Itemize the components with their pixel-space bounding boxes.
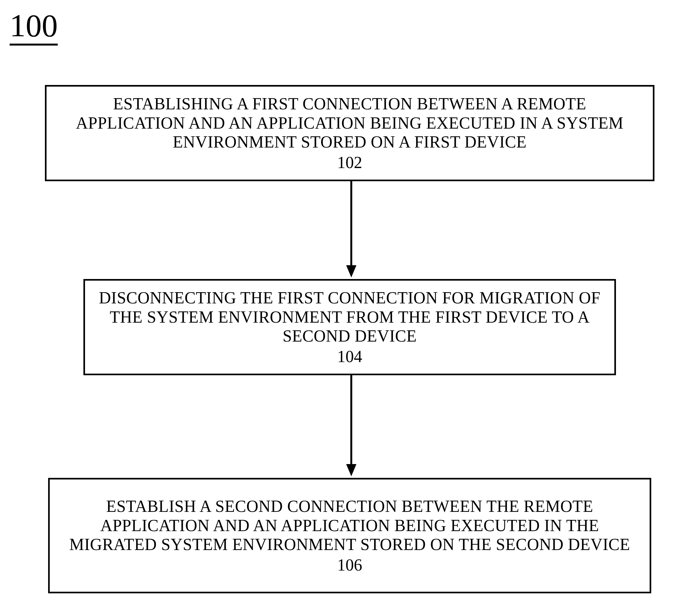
figure-number: 100 [10, 10, 58, 46]
flow-step-106: ESTABLISH A SECOND CONNECTION BETWEEN TH… [48, 478, 651, 593]
flow-step-text: ESTABLISH A SECOND CONNECTION BETWEEN TH… [63, 497, 637, 554]
flowchart-canvas: 100 ESTABLISHING A FIRST CONNECTION BETW… [0, 0, 700, 610]
flow-arrow-1 [345, 181, 358, 279]
flow-step-ref: 102 [337, 153, 362, 172]
flow-arrow-2 [345, 375, 358, 478]
flow-step-104: DISCONNECTING THE FIRST CONNECTION FOR M… [83, 279, 616, 375]
flow-step-ref: 106 [337, 556, 362, 574]
svg-marker-1 [346, 265, 356, 277]
flow-step-text: DISCONNECTING THE FIRST CONNECTION FOR M… [98, 288, 602, 346]
flow-step-ref: 104 [337, 347, 362, 366]
flow-step-102: ESTABLISHING A FIRST CONNECTION BETWEEN … [45, 85, 654, 181]
svg-marker-3 [346, 464, 356, 476]
flow-step-text: ESTABLISHING A FIRST CONNECTION BETWEEN … [59, 94, 640, 152]
